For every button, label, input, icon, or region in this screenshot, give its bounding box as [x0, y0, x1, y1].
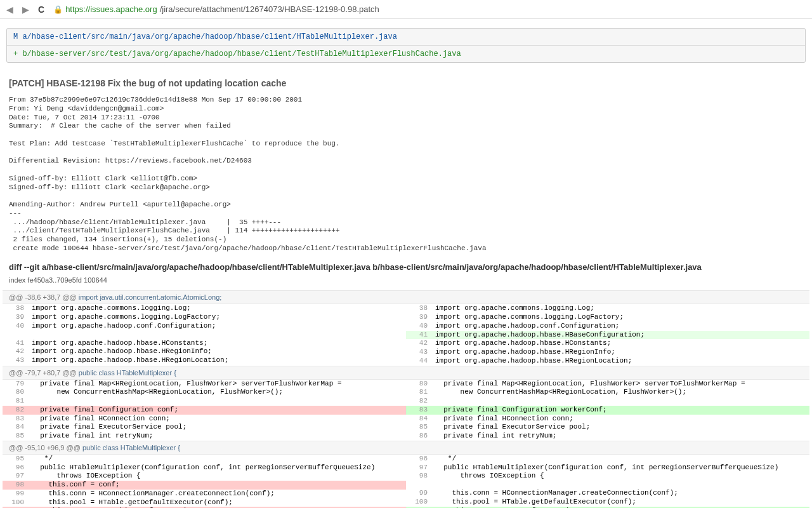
diff-row: 39import org.apache.commons.logging.LogF… [406, 313, 809, 322]
code: import org.apache.commons.logging.LogFac… [431, 313, 809, 322]
line-number: 98 [406, 472, 431, 481]
file-list-item[interactable]: + b/hbase-server/src/test/java/org/apach… [7, 46, 805, 62]
diff-row: 42import org.apache.hadoop.hbase.HRegion… [3, 347, 406, 356]
diff-row: 38import org.apache.commons.logging.Log; [406, 304, 809, 313]
line-number: 84 [406, 415, 431, 424]
line-number: 85 [3, 432, 28, 441]
code: throws IOException { [28, 472, 406, 481]
diff-row: 85 private final int retryNum; [3, 432, 406, 441]
code: import org.apache.commons.logging.Log; [431, 304, 809, 313]
line-number: 80 [406, 380, 431, 389]
line-number: 83 [406, 406, 431, 415]
diff-row: 95 */ [3, 455, 406, 464]
line-number: 43 [3, 356, 28, 365]
code: new ConcurrentHashMap<HRegionLocation, F… [28, 388, 406, 397]
url-host: https://issues.apache.org [65, 4, 157, 14]
diff-row: 40import org.apache.hadoop.conf.Configur… [406, 322, 809, 331]
line-number: 85 [406, 423, 431, 432]
left-side: 95 */96 public HTableMultiplexer(Configu… [3, 455, 406, 508]
line-number: 39 [406, 313, 431, 322]
code: private final int retryNum; [431, 432, 809, 441]
code: import org.apache.hadoop.hbase.HBaseConf… [431, 331, 809, 340]
code: public HTableMultiplexer(Configuration c… [28, 464, 406, 472]
diff-row: 97 public HTableMultiplexer(Configuratio… [406, 464, 809, 472]
diff-row: 80 private final Map<HRegionLocation, Fl… [406, 380, 809, 389]
line-number: 79 [3, 380, 28, 389]
diff-row: 83 private final HConnection conn; [3, 415, 406, 424]
diff-row: 82 [406, 397, 809, 406]
left-side: 79 private final Map<HRegionLocation, Fl… [3, 380, 406, 441]
diff-row: 99 this.conn = HConnectionManager.create… [3, 490, 406, 498]
diff-row: 39import org.apache.commons.logging.LogF… [3, 313, 406, 322]
commit-message: From 37e5b87c2999e6e97c12619c736dde9c14d… [3, 93, 809, 256]
diff-row: 82 private final Configuration conf; [3, 406, 406, 415]
right-side: 38import org.apache.commons.logging.Log;… [406, 304, 809, 365]
side-by-side: 95 */96 public HTableMultiplexer(Configu… [3, 455, 809, 508]
diff-row: 98 this.conf = conf; [3, 481, 406, 490]
line-number: 44 [406, 357, 431, 366]
diff-row: 84 private final ExecutorService pool; [3, 423, 406, 432]
hunk-header: @@ -38,6 +38,7 @@ import java.util.concu… [3, 290, 809, 304]
line-number: 81 [3, 397, 28, 406]
diff-row: 44import org.apache.hadoop.hbase.HRegion… [406, 357, 809, 366]
code: this.conn = HConnectionManager.createCon… [28, 490, 406, 498]
code: public HTableMultiplexer(Configuration c… [431, 464, 809, 472]
file-list: M a/hbase-client/src/main/java/org/apach… [6, 28, 806, 63]
address-bar[interactable]: 🔒 https://issues.apache.org/jira/secure/… [51, 4, 808, 14]
code [431, 481, 809, 489]
diff-row: 81 [3, 397, 406, 406]
browser-toolbar: ◀ ▶ C 🔒 https://issues.apache.org/jira/s… [0, 0, 812, 19]
diff-row: 81 new ConcurrentHashMap<HRegionLocation… [406, 388, 809, 397]
diff-row: 84 private final HConnection conn; [406, 415, 809, 424]
line-number: 100 [3, 498, 28, 507]
code: private final Map<HRegionLocation, Flush… [431, 380, 809, 389]
right-side: 96 */97 public HTableMultiplexer(Configu… [406, 455, 809, 508]
code: this.pool = HTable.getDefaultExecutor(co… [431, 498, 809, 507]
diff-row: 97 throws IOException { [3, 472, 406, 481]
line-number: 97 [3, 472, 28, 481]
code: private final Configuration workerConf; [431, 406, 809, 415]
line-number: 38 [3, 304, 28, 313]
side-by-side: 38import org.apache.commons.logging.Log;… [3, 304, 809, 365]
patch-title: [PATCH] HBASE-12198 Fix the bug of not u… [9, 78, 803, 88]
line-number: 40 [3, 322, 28, 331]
line-number: 38 [406, 304, 431, 313]
diff-row: 85 private final ExecutorService pool; [406, 423, 809, 432]
code: this.pool = HTable.getDefaultExecutor(co… [28, 498, 406, 507]
reload-icon[interactable]: C [36, 4, 47, 15]
line-number: 96 [406, 455, 431, 464]
diff-git-line: diff --git a/hbase-client/src/main/java/… [3, 256, 809, 274]
diff-row: 96 public HTableMultiplexer(Configuratio… [3, 464, 406, 472]
code: private final int retryNum; [28, 432, 406, 441]
lock-icon: 🔒 [53, 5, 63, 14]
diff-row: 43import org.apache.hadoop.hbase.HRegion… [3, 356, 406, 365]
back-icon[interactable]: ◀ [4, 4, 16, 15]
code: import org.apache.hadoop.conf.Configurat… [431, 322, 809, 331]
hunk-header: @@ -95,10 +96,9 @@ public class HTableMu… [3, 441, 809, 455]
forward-icon[interactable]: ▶ [20, 4, 32, 15]
code [28, 397, 406, 406]
code: import org.apache.hadoop.hbase.HConstant… [431, 339, 809, 348]
hunk-header: @@ -79,7 +80,7 @@ public class HTableMul… [3, 366, 809, 380]
line-number: 84 [3, 423, 28, 432]
line-number: 95 [3, 455, 28, 464]
code: private final HConnection conn; [28, 415, 406, 424]
diff-row: 79 private final Map<HRegionLocation, Fl… [3, 380, 406, 389]
line-number: 42 [3, 347, 28, 356]
diff-index-line: index fe450a3..709e5fd 100644 [3, 274, 809, 290]
line-number: 82 [406, 397, 431, 406]
line-number: 40 [406, 322, 431, 331]
line-number: 83 [3, 415, 28, 424]
file-list-item[interactable]: M a/hbase-client/src/main/java/org/apach… [7, 29, 805, 46]
code: import org.apache.hadoop.hbase.HConstant… [28, 339, 406, 348]
line-number: 80 [3, 388, 28, 397]
line-number: 99 [406, 489, 431, 498]
line-number: 82 [3, 406, 28, 415]
code: throws IOException { [431, 472, 809, 481]
line-number: 41 [406, 331, 431, 340]
code: this.conf = conf; [28, 481, 406, 490]
line-number: 43 [406, 348, 431, 357]
line-number: 81 [406, 388, 431, 397]
line-number: 98 [3, 481, 28, 490]
code: import org.apache.hadoop.hbase.HRegionIn… [431, 348, 809, 357]
